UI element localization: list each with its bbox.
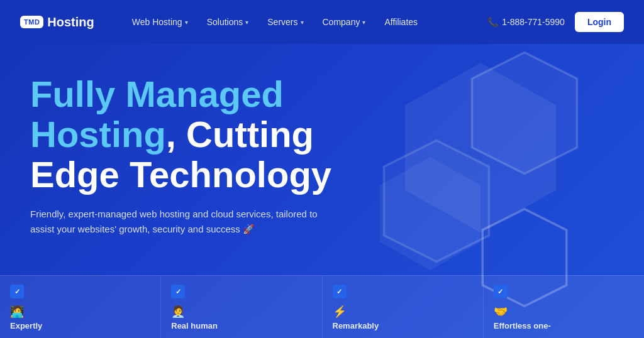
check-icon-4: ✓ bbox=[494, 285, 508, 298]
hero-subtitle: Friendly, expert-managed web hosting and… bbox=[30, 207, 319, 237]
features-row: ✓ 🧑‍💻 Expertly ✓ 🧑‍💼 Real human ✓ ⚡ Rema… bbox=[0, 260, 644, 338]
nav-item-servers[interactable]: Servers ▾ bbox=[260, 12, 311, 32]
nav-item-solutions[interactable]: Solutions ▾ bbox=[199, 12, 257, 32]
nav-item-web-hosting[interactable]: Web Hosting ▾ bbox=[125, 12, 196, 32]
navbar: TMD Hosting Web Hosting ▾ Solutions ▾ Se… bbox=[0, 0, 644, 44]
feature-label-1: Expertly bbox=[10, 321, 150, 330]
check-icon-1: ✓ bbox=[10, 285, 24, 298]
chevron-down-icon: ▾ bbox=[362, 19, 365, 26]
phone-link[interactable]: 📞 1-888-771-5990 bbox=[487, 17, 565, 27]
nav-item-affiliates[interactable]: Affiliates bbox=[377, 12, 425, 32]
logo-badge: TMD bbox=[20, 16, 43, 28]
hero-content: Fully Managed Hosting, CuttingEdge Techn… bbox=[30, 74, 395, 237]
check-icon-3: ✓ bbox=[333, 285, 347, 298]
feature-icon-3: ⚡ bbox=[333, 305, 473, 319]
hero-section: Fully Managed Hosting, CuttingEdge Techn… bbox=[0, 44, 644, 338]
check-icon-2: ✓ bbox=[171, 285, 185, 298]
hero-title: Fully Managed Hosting, CuttingEdge Techn… bbox=[30, 74, 395, 194]
feature-label-4: Effortless one- bbox=[494, 321, 634, 330]
phone-icon: 📞 bbox=[487, 17, 498, 27]
logo-text: Hosting bbox=[47, 15, 94, 30]
logo[interactable]: TMD Hosting bbox=[20, 15, 94, 30]
feature-label-2: Real human bbox=[171, 321, 311, 330]
feature-expertly: ✓ 🧑‍💻 Expertly bbox=[0, 275, 160, 338]
feature-icon-4: 🤝 bbox=[494, 305, 634, 319]
nav-right: 📞 1-888-771-5990 Login bbox=[487, 12, 624, 32]
hex-outline-2 bbox=[380, 138, 493, 264]
feature-effortless: ✓ 🤝 Effortless one- bbox=[483, 275, 644, 338]
hero-title-hosting: Hosting bbox=[30, 114, 166, 155]
feature-icon-2: 🧑‍💼 bbox=[171, 305, 311, 319]
svg-marker-1 bbox=[384, 140, 489, 261]
chevron-down-icon: ▾ bbox=[301, 19, 304, 26]
features-list: ✓ 🧑‍💻 Expertly ✓ 🧑‍💼 Real human ✓ ⚡ Rema… bbox=[0, 275, 644, 338]
login-button[interactable]: Login bbox=[575, 12, 624, 32]
nav-links: Web Hosting ▾ Solutions ▾ Servers ▾ Comp… bbox=[125, 12, 487, 32]
feature-label-3: Remarkably bbox=[333, 321, 473, 330]
feature-remarkably: ✓ ⚡ Remarkably bbox=[322, 275, 483, 338]
feature-icon-1: 🧑‍💻 bbox=[10, 305, 150, 319]
chevron-down-icon: ▾ bbox=[185, 19, 188, 26]
feature-real-human: ✓ 🧑‍💼 Real human bbox=[160, 275, 321, 338]
chevron-down-icon: ▾ bbox=[245, 19, 248, 26]
nav-item-company[interactable]: Company ▾ bbox=[315, 12, 374, 32]
